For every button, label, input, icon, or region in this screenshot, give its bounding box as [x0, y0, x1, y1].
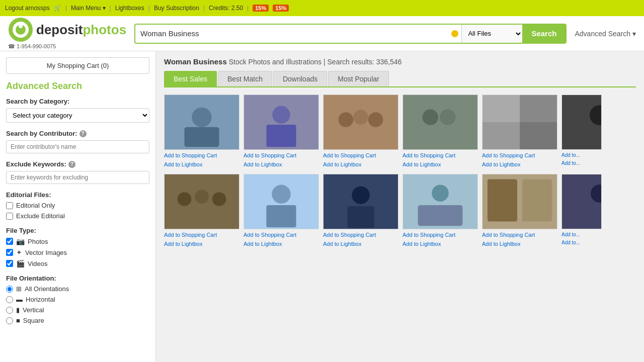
- add-to-lightbox-link-8[interactable]: Add to Lightbox: [244, 240, 319, 249]
- orientation-icon: ⊞: [16, 285, 22, 293]
- search-term: Woman Business: [164, 57, 227, 66]
- add-to-cart-link-7[interactable]: Add to Shopping Cart: [164, 231, 239, 240]
- image-thumb-1: [164, 95, 239, 150]
- add-to-lightbox-link-7[interactable]: Add to Lightbox: [164, 240, 239, 249]
- vector-images-item[interactable]: ✦ Vector Images: [6, 248, 149, 256]
- tabs: Best Sales Best Match Downloads Most Pop…: [164, 71, 636, 87]
- shopping-cart-button[interactable]: My Shopping Cart (0): [6, 57, 149, 74]
- exclude-keywords-filter: Exclude Keywords: ?: [6, 160, 149, 184]
- all-orientations-item[interactable]: ⊞ All Orientations: [6, 285, 149, 293]
- svg-point-3: [19, 24, 23, 28]
- image-card-11: Add to Shopping Cart Add to Lightbox: [482, 174, 557, 248]
- logout-link[interactable]: Logout arnossps: [5, 5, 50, 12]
- orientation-filter: File Orientation: ⊞ All Orientations ▬ H…: [6, 275, 149, 324]
- image-card-6: Add to... Add to...: [561, 95, 602, 169]
- exclude-editorial-item[interactable]: Exclude Editorial: [6, 212, 149, 220]
- image-actions-12: Add to... Add to...: [561, 231, 602, 247]
- photos-checkbox[interactable]: [6, 238, 13, 245]
- add-to-cart-link-8[interactable]: Add to Shopping Cart: [244, 231, 319, 240]
- add-to-cart-link-9[interactable]: Add to Shopping Cart: [323, 231, 398, 240]
- add-to-lightbox-link-2[interactable]: Add to Lightbox: [244, 160, 319, 169]
- add-to-cart-link-1[interactable]: Add to Shopping Cart: [164, 151, 239, 160]
- file-type-label: File Type:: [6, 227, 149, 234]
- badge2: 15%: [273, 5, 289, 12]
- square-radio[interactable]: [6, 317, 13, 324]
- credits-link[interactable]: Credits: 2.50: [209, 5, 243, 12]
- file-type-checkboxes: 📷 Photos ✦ Vector Images 🎬 Videos: [6, 237, 149, 267]
- orientation-radios: ⊞ All Orientations ▬ Horizontal ▮ Vertic…: [6, 285, 149, 324]
- advanced-search-button[interactable]: Advanced Search ▾: [575, 30, 636, 38]
- add-to-cart-link-10[interactable]: Add to Shopping Cart: [403, 231, 478, 240]
- exclude-help-icon[interactable]: ?: [68, 161, 75, 168]
- add-to-lightbox-link-12[interactable]: Add to...: [561, 239, 602, 247]
- add-to-cart-link-5[interactable]: Add to Shopping Cart: [482, 151, 557, 160]
- add-to-lightbox-link-1[interactable]: Add to Lightbox: [164, 160, 239, 169]
- svg-rect-6: [184, 127, 219, 147]
- add-to-cart-link-3[interactable]: Add to Shopping Cart: [323, 151, 398, 160]
- content-area: Woman Business Stock Photos and Illustra…: [156, 51, 644, 362]
- contributor-help-icon[interactable]: ?: [79, 130, 87, 137]
- photos-item[interactable]: 📷 Photos: [6, 237, 149, 245]
- buy-subscription-link[interactable]: Buy Subscription: [154, 5, 199, 12]
- add-to-lightbox-link-6[interactable]: Add to...: [561, 159, 602, 167]
- svg-rect-33: [488, 179, 517, 222]
- add-to-lightbox-link-5[interactable]: Add to Lightbox: [482, 160, 557, 169]
- result-text: Stock Photos and Illustrations | Search …: [229, 58, 402, 66]
- exclude-editorial-checkbox[interactable]: [6, 213, 13, 220]
- vector-images-checkbox[interactable]: [6, 249, 13, 256]
- category-select[interactable]: Select your category: [6, 108, 149, 123]
- editorial-filter: Editorial Files: Editorial Only Exclude …: [6, 191, 149, 220]
- svg-point-16: [440, 109, 456, 125]
- image-grid-row2: Add to Shopping Cart Add to Lightbox Add…: [164, 174, 636, 248]
- add-to-cart-link-12[interactable]: Add to...: [561, 231, 602, 239]
- search-input[interactable]: [135, 26, 448, 41]
- add-to-lightbox-link-3[interactable]: Add to Lightbox: [323, 160, 398, 169]
- square-item[interactable]: ■ Square: [6, 317, 149, 324]
- image-actions-1: Add to Shopping Cart Add to Lightbox: [164, 151, 239, 169]
- buy-label: Buy Subscription: [154, 5, 199, 12]
- add-to-lightbox-link-9[interactable]: Add to Lightbox: [323, 240, 398, 249]
- category-label: Search by Category:: [6, 98, 149, 105]
- add-to-lightbox-link-10[interactable]: Add to Lightbox: [403, 240, 478, 249]
- add-to-cart-link-11[interactable]: Add to Shopping Cart: [482, 231, 557, 240]
- vertical-item[interactable]: ▮ Vertical: [6, 306, 149, 314]
- editorial-only-item[interactable]: Editorial Only: [6, 202, 149, 209]
- svg-rect-28: [347, 206, 374, 228]
- add-to-cart-link-4[interactable]: Add to Shopping Cart: [403, 151, 478, 160]
- main-menu-label: Main Menu: [71, 5, 101, 12]
- add-to-lightbox-link-4[interactable]: Add to Lightbox: [403, 160, 478, 169]
- add-to-cart-link-6[interactable]: Add to...: [561, 151, 602, 159]
- tab-downloads[interactable]: Downloads: [273, 71, 327, 86]
- svg-rect-34: [522, 179, 552, 222]
- image-actions-9: Add to Shopping Cart Add to Lightbox: [323, 231, 398, 248]
- all-orientations-radio[interactable]: [6, 286, 13, 293]
- exclude-keywords-input[interactable]: [6, 171, 149, 184]
- tab-best-match[interactable]: Best Match: [218, 71, 272, 86]
- tab-most-popular[interactable]: Most Popular: [328, 71, 388, 86]
- horizontal-item[interactable]: ▬ Horizontal: [6, 296, 149, 303]
- image-actions-11: Add to Shopping Cart Add to Lightbox: [482, 231, 557, 248]
- main-layout: My Shopping Cart (0) Advanced Search Sea…: [0, 51, 644, 362]
- logout-label: Logout: [5, 5, 24, 12]
- videos-item[interactable]: 🎬 Videos: [6, 259, 149, 267]
- main-menu-link[interactable]: Main Menu ▾: [71, 5, 106, 12]
- add-to-cart-link-2[interactable]: Add to Shopping Cart: [244, 151, 319, 160]
- contributor-input[interactable]: [6, 140, 149, 153]
- vertical-radio[interactable]: [6, 307, 13, 314]
- lightboxes-link[interactable]: Lightboxes: [115, 5, 144, 12]
- editorial-only-checkbox[interactable]: [6, 202, 13, 209]
- search-button[interactable]: Search: [522, 25, 566, 43]
- header: depositphotos ☎ 1-954-990-0075 All Files…: [0, 16, 644, 51]
- tab-best-sales[interactable]: Best Sales: [164, 71, 217, 86]
- svg-point-8: [272, 106, 290, 124]
- file-type-select[interactable]: All Files Photos Vector Images Videos: [461, 25, 522, 43]
- image-card-7: Add to Shopping Cart Add to Lightbox: [164, 174, 239, 248]
- image-thumb-3: [323, 95, 398, 150]
- image-card-1: Add to Shopping Cart Add to Lightbox: [164, 95, 239, 169]
- horizontal-radio[interactable]: [6, 296, 13, 303]
- videos-checkbox[interactable]: [6, 260, 13, 267]
- image-actions-5: Add to Shopping Cart Add to Lightbox: [482, 151, 557, 169]
- add-to-lightbox-link-11[interactable]: Add to Lightbox: [482, 240, 557, 249]
- sidebar: My Shopping Cart (0) Advanced Search Sea…: [0, 51, 156, 362]
- logo: depositphotos: [8, 17, 126, 42]
